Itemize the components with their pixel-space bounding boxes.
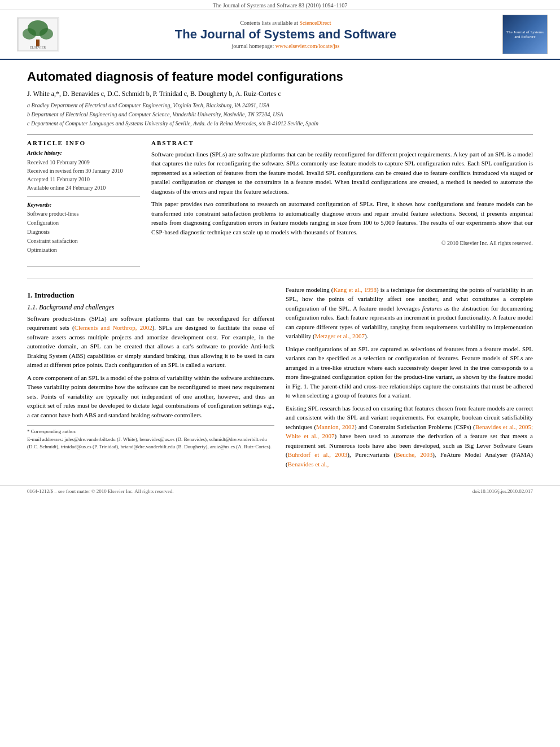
body-right-p2: Unique configurations of an SPL are capt… [286, 344, 533, 400]
footnote-section: * Corresponding author. E-mail addresses… [27, 425, 274, 451]
keyword-5: Optimization [27, 246, 140, 255]
paper-content: Automated diagnosis of feature model con… [0, 60, 560, 481]
corresponding-author-note: * Corresponding author. [27, 428, 274, 436]
journal-title-header: The Journal of Systems and Software [69, 27, 502, 42]
abstract-p2: This paper provides two contributions to… [151, 199, 533, 237]
affiliations: a Bradley Department of Electrical and C… [27, 102, 533, 128]
accepted-date: Accepted 11 February 2010 [27, 175, 140, 184]
body-columns: 1. Introduction 1.1. Background and chal… [27, 285, 533, 473]
article-info-abstract-section: ARTICLE INFO Article history: Received 1… [27, 139, 533, 271]
email-addresses: jules@dre.vanderbilt.edu (J. White), ben… [27, 436, 272, 450]
journal-homepage-line: journal homepage: www.elsevier.com/locat… [69, 43, 502, 49]
elsevier-tree-image: ELSEVIER [17, 18, 59, 51]
email-label: E-mail addresses: [27, 436, 63, 442]
journal-center-header: Contents lists available at ScienceDirec… [69, 20, 502, 49]
body-left-text: Software product-lines (SPLs) are softwa… [27, 314, 274, 420]
doi-line: doi:10.1016/j.jss.2010.02.017 [473, 488, 533, 494]
divider-keywords [27, 196, 140, 197]
bottom-bar: 0164-1212/$ – see front matter © 2010 El… [0, 486, 560, 496]
keyword-3: Diagnosis [27, 228, 140, 237]
divider-1 [27, 134, 533, 135]
abstract-text: Software product-lines (SPLs) are softwa… [151, 150, 533, 237]
keyword-4: Constraint satisfaction [27, 237, 140, 246]
keywords-label: Keywords: [27, 202, 140, 208]
revised-date: Received in revised form 30 January 2010 [27, 167, 140, 175]
journal-cover-image: The Journal of Systems and Software [502, 15, 548, 54]
homepage-url[interactable]: www.elsevier.com/locate/jss [275, 43, 340, 49]
received-date: Received 10 February 2009 [27, 158, 140, 167]
journal-citation: The Journal of Systems and Software 83 (… [213, 2, 347, 8]
intro-title: 1. Introduction [27, 291, 274, 300]
svg-point-2 [23, 28, 36, 40]
body-right-p1: Feature modeling (Kang et al., 1998) is … [286, 285, 533, 341]
issn-line: 0164-1212/$ – see front matter © 2010 El… [27, 488, 174, 494]
body-right-p3: Existing SPL research has focused on ens… [286, 404, 533, 469]
body-left-p2: A core component of an SPL is a model of… [27, 373, 274, 420]
svg-point-3 [40, 28, 53, 40]
keyword-2: Configuration [27, 219, 140, 228]
abstract-column: ABSTRACT Software product-lines (SPLs) a… [151, 139, 533, 271]
paper-title: Automated diagnosis of feature model con… [27, 69, 533, 85]
article-history-label: Article history: [27, 150, 140, 156]
abstract-heading: ABSTRACT [151, 139, 533, 146]
divider-body [27, 278, 533, 278]
svg-text:ELSEVIER: ELSEVIER [30, 46, 46, 49]
affiliation-c: c Department of Computer Languages and S… [27, 120, 533, 128]
sciencedirect-line: Contents lists available at ScienceDirec… [69, 20, 502, 26]
copyright-line: © 2010 Elsevier Inc. All rights reserved… [151, 240, 533, 246]
article-info-heading: ARTICLE INFO [27, 139, 140, 146]
keyword-1: Software product-lines [27, 209, 140, 219]
body-right-column: Feature modeling (Kang et al., 1998) is … [286, 285, 533, 473]
available-date: Available online 24 February 2010 [27, 184, 140, 192]
paper-authors: J. White a,*, D. Benavides c, D.C. Schmi… [27, 90, 533, 98]
email-line: E-mail addresses: jules@dre.vanderbilt.e… [27, 436, 274, 451]
background-title: 1.1. Background and challenges [27, 303, 274, 312]
article-info-column: ARTICLE INFO Article history: Received 1… [27, 139, 140, 271]
affiliation-a: a Bradley Department of Electrical and C… [27, 102, 533, 110]
divider-after-keywords [27, 266, 140, 267]
elsevier-logo-block: ELSEVIER [7, 18, 69, 51]
body-left-column: 1. Introduction 1.1. Background and chal… [27, 285, 274, 473]
sciencedirect-link[interactable]: ScienceDirect [299, 20, 331, 26]
body-left-p1: Software product-lines (SPLs) are softwa… [27, 314, 274, 370]
body-right-text: Feature modeling (Kang et al., 1998) is … [286, 285, 533, 469]
journal-header: ELSEVIER Contents lists available at Sci… [0, 10, 560, 60]
abstract-p1: Software product-lines (SPLs) are softwa… [151, 150, 533, 196]
affiliation-b: b Department of Electrical Engineering a… [27, 111, 533, 119]
journal-cover-thumbnail: The Journal of Systems and Software [502, 15, 553, 54]
journal-top-bar: The Journal of Systems and Software 83 (… [0, 0, 560, 10]
